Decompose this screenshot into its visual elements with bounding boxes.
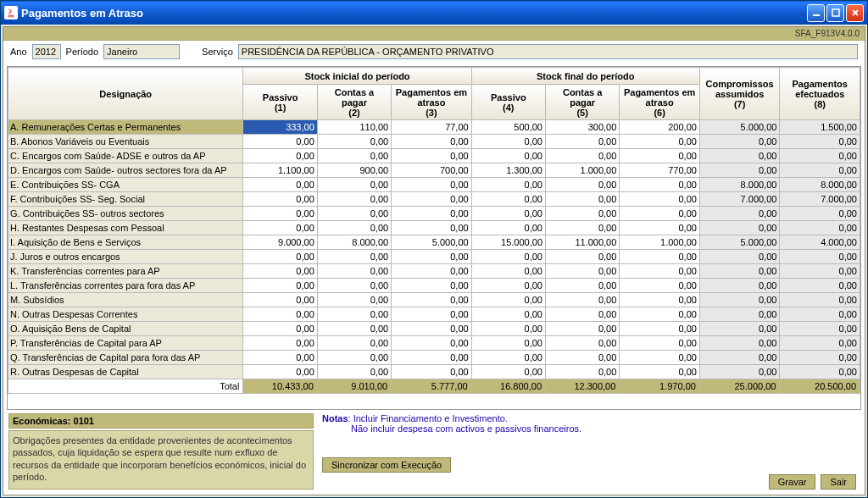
cell[interactable]: 0,00 bbox=[620, 336, 700, 351]
cell[interactable]: 77,00 bbox=[392, 120, 472, 135]
cell[interactable]: 0,00 bbox=[699, 307, 780, 322]
cell[interactable]: 0,00 bbox=[471, 207, 545, 221]
ano-field[interactable] bbox=[32, 44, 61, 59]
table-row[interactable]: E. Contribuições SS- CGA0,000,000,000,00… bbox=[8, 178, 860, 192]
header-passivo1[interactable]: Passivo(1) bbox=[243, 85, 317, 120]
servico-field[interactable] bbox=[238, 44, 858, 59]
cell[interactable]: 0,00 bbox=[471, 192, 545, 207]
table-row[interactable]: R. Outras Despesas de Capital0,000,000,0… bbox=[8, 365, 860, 379]
cell[interactable]: 0,00 bbox=[699, 149, 780, 163]
cell[interactable]: 0,00 bbox=[699, 351, 780, 365]
cell[interactable]: 0,00 bbox=[317, 279, 391, 293]
header-pag3[interactable]: Pagamentos em atraso(3) bbox=[392, 85, 472, 120]
header-designacao[interactable]: Designação bbox=[8, 68, 243, 120]
cell[interactable]: 0,00 bbox=[243, 279, 317, 293]
cell[interactable]: 0,00 bbox=[546, 307, 620, 322]
cell[interactable]: 11.000,00 bbox=[546, 235, 620, 250]
cell[interactable]: 0,00 bbox=[546, 293, 620, 307]
cell[interactable]: 0,00 bbox=[699, 264, 780, 279]
cell[interactable]: 0,00 bbox=[471, 264, 545, 279]
table-row[interactable]: D. Encargos com Saúde- outros sectores f… bbox=[8, 163, 860, 178]
cell[interactable]: 0,00 bbox=[317, 293, 391, 307]
cell[interactable]: 5.000,00 bbox=[699, 235, 780, 250]
cell[interactable]: 0,00 bbox=[471, 279, 545, 293]
table-row[interactable]: H. Restantes Despesas com Pessoal0,000,0… bbox=[8, 221, 860, 235]
cell[interactable]: 0,00 bbox=[243, 322, 317, 336]
cell[interactable]: 0,00 bbox=[243, 135, 317, 149]
cell[interactable]: 0,00 bbox=[392, 279, 472, 293]
cell[interactable]: 0,00 bbox=[471, 250, 545, 264]
cell[interactable]: 0,00 bbox=[243, 365, 317, 379]
header-stock-final[interactable]: Stock final do período bbox=[471, 68, 699, 85]
cell[interactable]: 0,00 bbox=[620, 279, 700, 293]
cell[interactable]: 4.000,00 bbox=[780, 235, 860, 250]
cell[interactable]: 0,00 bbox=[780, 293, 860, 307]
cell[interactable]: 0,00 bbox=[620, 135, 700, 149]
header-contas2[interactable]: Contas a pagar(2) bbox=[317, 85, 391, 120]
cell[interactable]: 0,00 bbox=[317, 322, 391, 336]
cell[interactable]: 0,00 bbox=[243, 178, 317, 192]
cell[interactable]: 0,00 bbox=[699, 250, 780, 264]
cell[interactable]: 0,00 bbox=[546, 322, 620, 336]
cell[interactable]: 0,00 bbox=[471, 307, 545, 322]
cell[interactable]: 0,00 bbox=[471, 135, 545, 149]
cell[interactable]: 0,00 bbox=[780, 322, 860, 336]
cell[interactable]: 0,00 bbox=[546, 192, 620, 207]
cell[interactable]: 0,00 bbox=[243, 207, 317, 221]
cell[interactable]: 900,00 bbox=[317, 163, 391, 178]
cell[interactable]: 0,00 bbox=[546, 351, 620, 365]
cell[interactable]: 1.100,00 bbox=[243, 163, 317, 178]
cell[interactable]: 5.000,00 bbox=[699, 120, 780, 135]
cell[interactable]: 0,00 bbox=[620, 351, 700, 365]
cell[interactable]: 0,00 bbox=[780, 163, 860, 178]
cell[interactable]: 0,00 bbox=[392, 365, 472, 379]
cell[interactable]: 0,00 bbox=[317, 135, 391, 149]
table-row[interactable]: F. Contribuições SS- Seg. Social0,000,00… bbox=[8, 192, 860, 207]
cell[interactable]: 0,00 bbox=[546, 336, 620, 351]
table-row[interactable]: B. Abonos Variáveis ou Eventuais0,000,00… bbox=[8, 135, 860, 149]
cell[interactable]: 0,00 bbox=[392, 264, 472, 279]
cell[interactable]: 0,00 bbox=[780, 207, 860, 221]
cell[interactable]: 0,00 bbox=[471, 221, 545, 235]
cell[interactable]: 0,00 bbox=[620, 322, 700, 336]
cell[interactable]: 0,00 bbox=[317, 264, 391, 279]
cell[interactable]: 0,00 bbox=[620, 192, 700, 207]
cell[interactable]: 0,00 bbox=[620, 365, 700, 379]
table-row[interactable]: J. Juros e outros encargos0,000,000,000,… bbox=[8, 250, 860, 264]
table-row[interactable]: C. Encargos com Saúde- ADSE e outros da … bbox=[8, 149, 860, 163]
cell[interactable]: 0,00 bbox=[392, 178, 472, 192]
cell[interactable]: 0,00 bbox=[780, 351, 860, 365]
cell[interactable]: 110,00 bbox=[317, 120, 391, 135]
cell[interactable]: 0,00 bbox=[471, 322, 545, 336]
cell[interactable]: 0,00 bbox=[780, 221, 860, 235]
header-pag6[interactable]: Pagamentos em atraso(6) bbox=[620, 85, 700, 120]
cell[interactable]: 0,00 bbox=[780, 336, 860, 351]
minimize-button[interactable] bbox=[807, 4, 825, 22]
cell[interactable]: 0,00 bbox=[243, 192, 317, 207]
maximize-button[interactable] bbox=[826, 4, 844, 22]
cell[interactable]: 0,00 bbox=[546, 279, 620, 293]
cell[interactable]: 1.500,00 bbox=[780, 120, 860, 135]
cell[interactable]: 0,00 bbox=[780, 135, 860, 149]
cell[interactable]: 0,00 bbox=[699, 279, 780, 293]
cell[interactable]: 0,00 bbox=[546, 178, 620, 192]
cell[interactable]: 0,00 bbox=[317, 221, 391, 235]
cell[interactable]: 0,00 bbox=[546, 207, 620, 221]
table-row[interactable]: A. Remunerações Certas e Permanentes333,… bbox=[8, 120, 860, 135]
table-row[interactable]: P. Transferências de Capital para AP0,00… bbox=[8, 336, 860, 351]
header-stock-inicial[interactable]: Stock inicial do período bbox=[243, 68, 471, 85]
cell[interactable]: 0,00 bbox=[392, 221, 472, 235]
cell[interactable]: 0,00 bbox=[620, 307, 700, 322]
cell[interactable]: 8.000,00 bbox=[699, 178, 780, 192]
cell[interactable]: 0,00 bbox=[699, 135, 780, 149]
table-row[interactable]: I. Aquisição de Bens e Serviços9.000,008… bbox=[8, 235, 860, 250]
cell[interactable]: 0,00 bbox=[243, 221, 317, 235]
cell[interactable]: 0,00 bbox=[317, 307, 391, 322]
cell[interactable]: 0,00 bbox=[546, 250, 620, 264]
cell[interactable]: 0,00 bbox=[546, 365, 620, 379]
cell[interactable]: 0,00 bbox=[317, 149, 391, 163]
cell[interactable]: 0,00 bbox=[392, 192, 472, 207]
cell[interactable]: 0,00 bbox=[317, 351, 391, 365]
cell[interactable]: 0,00 bbox=[620, 178, 700, 192]
cell[interactable]: 0,00 bbox=[243, 264, 317, 279]
